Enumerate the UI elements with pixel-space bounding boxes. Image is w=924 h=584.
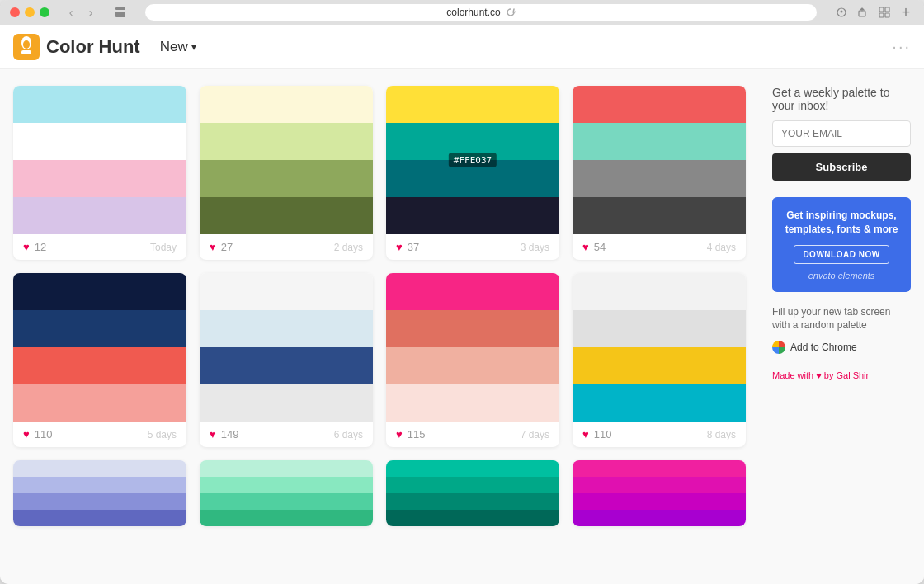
like-area[interactable]: ♥12 bbox=[23, 241, 46, 253]
palette-card[interactable]: ♥1108 days bbox=[573, 273, 746, 447]
share-button[interactable] bbox=[855, 4, 871, 21]
palette-colors bbox=[13, 273, 186, 422]
svg-rect-4 bbox=[879, 7, 884, 12]
palette-card[interactable]: #FFE037♥373 days bbox=[386, 86, 559, 260]
palette-colors bbox=[573, 86, 746, 234]
like-area[interactable]: ♥27 bbox=[210, 241, 233, 253]
fullscreen-button[interactable] bbox=[876, 4, 893, 21]
palette-card[interactable] bbox=[386, 460, 559, 526]
time-text: 5 days bbox=[148, 429, 177, 440]
new-dropdown[interactable]: New ▾ bbox=[153, 35, 203, 59]
svg-point-10 bbox=[23, 40, 30, 49]
svg-rect-7 bbox=[885, 13, 889, 17]
color-block bbox=[573, 197, 746, 234]
palette-footer: ♥373 days bbox=[386, 234, 559, 260]
like-count: 110 bbox=[35, 428, 53, 440]
color-block bbox=[13, 493, 186, 510]
color-block bbox=[386, 384, 559, 422]
like-area[interactable]: ♥37 bbox=[396, 241, 419, 253]
palette-card[interactable] bbox=[13, 460, 186, 526]
palette-card[interactable] bbox=[573, 460, 746, 526]
logo-area[interactable]: Color Hunt bbox=[13, 34, 140, 60]
add-chrome-label: Add to Chrome bbox=[790, 341, 857, 353]
address-bar[interactable]: colorhunt.co bbox=[145, 4, 817, 21]
traffic-lights bbox=[10, 7, 50, 17]
newsletter-title: Get a weekly palette to your inbox! bbox=[772, 86, 911, 112]
color-block bbox=[386, 347, 559, 384]
palette-card[interactable]: ♥12Today bbox=[13, 86, 186, 260]
palette-footer: ♥1496 days bbox=[200, 422, 373, 447]
palette-colors bbox=[200, 460, 373, 526]
time-text: 2 days bbox=[334, 242, 363, 253]
like-count: 37 bbox=[408, 241, 419, 253]
time-text: 7 days bbox=[521, 429, 549, 440]
color-block bbox=[200, 86, 373, 123]
palette-card[interactable]: ♥544 days bbox=[573, 86, 746, 260]
color-block bbox=[200, 347, 373, 384]
palette-card[interactable] bbox=[200, 460, 373, 526]
time-text: 3 days bbox=[521, 242, 549, 253]
palette-colors bbox=[573, 273, 746, 422]
color-block bbox=[200, 197, 373, 234]
color-block bbox=[13, 310, 186, 347]
palette-colors bbox=[386, 273, 559, 422]
title-bar: ‹ › colorhunt.co + bbox=[0, 0, 924, 25]
color-block bbox=[13, 460, 186, 477]
logo-text: Color Hunt bbox=[46, 36, 140, 58]
svg-rect-0 bbox=[116, 7, 125, 10]
download-button[interactable]: DOWNLOAD NOW bbox=[794, 245, 889, 264]
like-area[interactable]: ♥115 bbox=[396, 428, 425, 440]
new-tab-button[interactable]: + bbox=[898, 4, 914, 21]
color-block bbox=[13, 384, 186, 422]
color-block bbox=[200, 510, 373, 526]
logo-icon bbox=[13, 34, 40, 60]
made-with: Made with ♥ by Gal Shir bbox=[772, 370, 911, 380]
minimize-button[interactable] bbox=[25, 7, 35, 17]
svg-rect-11 bbox=[21, 50, 31, 54]
palette-card[interactable]: ♥272 days bbox=[200, 86, 373, 260]
heart-icon: ♥ bbox=[396, 428, 403, 440]
time-text: 8 days bbox=[707, 429, 736, 440]
subscribe-button[interactable]: Subscribe bbox=[772, 153, 911, 181]
color-label: #FFE037 bbox=[449, 153, 497, 167]
forward-button[interactable]: › bbox=[82, 4, 99, 21]
like-area[interactable]: ♥110 bbox=[23, 428, 52, 440]
url-text: colorhunt.co bbox=[446, 7, 500, 18]
palette-card[interactable]: ♥1157 days bbox=[386, 273, 559, 447]
color-block bbox=[386, 273, 559, 310]
close-button[interactable] bbox=[10, 7, 20, 17]
color-block bbox=[13, 273, 186, 310]
add-chrome-button[interactable]: Add to Chrome bbox=[772, 341, 911, 354]
time-text: 6 days bbox=[334, 429, 363, 440]
palette-colors bbox=[13, 460, 186, 526]
like-area[interactable]: ♥149 bbox=[210, 428, 238, 440]
maximize-button[interactable] bbox=[40, 7, 50, 17]
color-block bbox=[200, 460, 373, 477]
more-options-button[interactable]: ··· bbox=[892, 37, 911, 56]
color-block bbox=[573, 123, 746, 160]
back-button[interactable]: ‹ bbox=[63, 4, 79, 21]
palette-grid-container: ♥12Today♥272 days#FFE037♥373 days♥544 da… bbox=[0, 69, 759, 584]
like-count: 27 bbox=[221, 241, 233, 253]
made-with-text: Made with bbox=[772, 370, 813, 380]
heart-icon: ♥ bbox=[23, 428, 30, 440]
color-block bbox=[573, 310, 746, 347]
like-area[interactable]: ♥110 bbox=[582, 428, 611, 440]
extensions-button[interactable] bbox=[833, 4, 850, 21]
svg-rect-5 bbox=[885, 7, 889, 12]
like-count: 110 bbox=[594, 428, 612, 440]
email-input[interactable] bbox=[772, 120, 911, 147]
color-block bbox=[200, 477, 373, 493]
newtab-text: Fill up your new tab screen with a rando… bbox=[772, 305, 911, 333]
tab-icon[interactable] bbox=[112, 4, 129, 21]
like-area[interactable]: ♥54 bbox=[582, 241, 606, 253]
palette-card[interactable]: ♥1496 days bbox=[200, 273, 373, 447]
author-text: by Gal Shir bbox=[824, 370, 869, 380]
color-block bbox=[13, 347, 186, 384]
chevron-down-icon: ▾ bbox=[191, 41, 196, 53]
palette-card[interactable]: ♥1105 days bbox=[13, 273, 186, 447]
palette-grid: ♥12Today♥272 days#FFE037♥373 days♥544 da… bbox=[13, 86, 746, 526]
svg-rect-1 bbox=[116, 12, 125, 17]
heart-icon: ♥ bbox=[582, 428, 589, 440]
heart-icon: ♥ bbox=[210, 241, 216, 253]
